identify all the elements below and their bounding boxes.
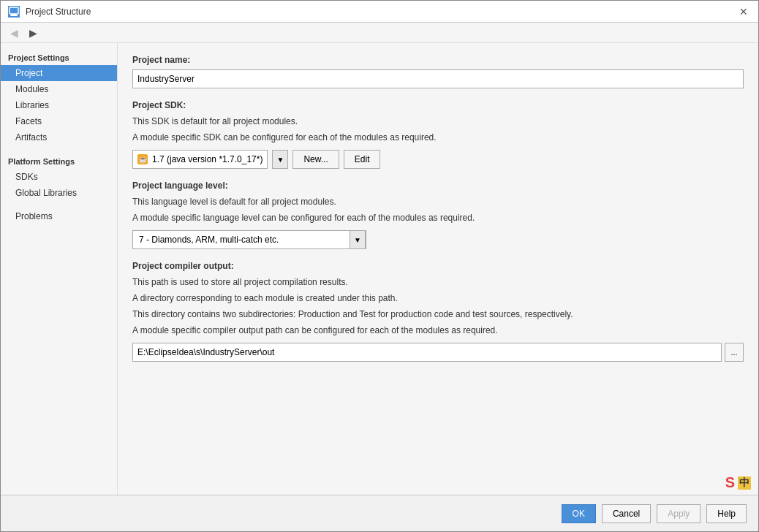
main-content: Project name: Project SDK: This SDK is d… (118, 43, 758, 495)
sidebar-item-artifacts[interactable]: Artifacts (1, 129, 117, 145)
project-settings-label: Project Settings (1, 49, 117, 65)
sdk-desc-2: A module specific SDK can be configured … (132, 131, 744, 144)
compiler-desc-4: A module specific compiler output path c… (132, 324, 744, 337)
svg-rect-1 (11, 14, 17, 15)
sdk-value: 1.7 (java version *1.7.0_17*) (152, 154, 263, 164)
language-section-label: Project language level: (132, 180, 744, 191)
back-icon: ◀ (10, 27, 18, 39)
sdk-section-label: Project SDK: (132, 100, 744, 110)
project-name-label: Project name: (132, 55, 744, 65)
title-bar: Project Structure ✕ (1, 1, 758, 23)
cancel-button[interactable]: Cancel (602, 504, 651, 523)
sohu-zh-icon: 中 (738, 476, 751, 490)
sdk-dropdown-arrow[interactable]: ▼ (272, 150, 288, 169)
language-selector[interactable]: 7 - Diamonds, ARM, multi-catch etc. ▼ (132, 230, 366, 249)
dialog-icon (8, 6, 20, 18)
sdk-new-button[interactable]: New... (292, 150, 339, 169)
compiler-desc-3: This directory contains two subdirectori… (132, 308, 744, 321)
compiler-desc-2: A directory corresponding to each module… (132, 292, 744, 305)
sidebar-item-sdks[interactable]: SDKs (1, 169, 117, 185)
sidebar: Project Settings Project Modules Librari… (1, 43, 118, 495)
sidebar-item-problems[interactable]: Problems (1, 208, 117, 224)
back-button[interactable]: ◀ (7, 26, 21, 40)
ok-button[interactable]: OK (562, 504, 596, 523)
sdk-row: ☕ 1.7 (java version *1.7.0_17*) ▼ New...… (132, 150, 744, 169)
forward-button[interactable]: ▶ (26, 26, 40, 40)
sohu-badge: S 中 (725, 474, 751, 491)
svg-rect-2 (10, 15, 18, 16)
language-dropdown-arrow[interactable]: ▼ (350, 230, 366, 249)
footer: OK Cancel Apply Help (1, 495, 758, 531)
svg-rect-0 (10, 7, 18, 14)
language-value: 7 - Diamonds, ARM, multi-catch etc. (133, 235, 350, 245)
sidebar-item-libraries[interactable]: Libraries (1, 97, 117, 113)
forward-icon: ▶ (29, 27, 37, 39)
platform-settings-label: Platform Settings (1, 153, 117, 169)
sidebar-item-global-libraries[interactable]: Global Libraries (1, 185, 117, 201)
close-button[interactable]: ✕ (736, 4, 751, 19)
language-desc-2: A module specific language level can be … (132, 211, 744, 224)
compiler-output-input[interactable] (132, 343, 722, 362)
sohu-s-icon: S (725, 474, 735, 491)
compiler-output-row: ... (132, 343, 744, 362)
language-desc-1: This language level is default for all p… (132, 195, 744, 208)
content-area: Project Settings Project Modules Librari… (1, 43, 758, 495)
sdk-desc-1: This SDK is default for all project modu… (132, 115, 744, 128)
project-structure-dialog: Project Structure ✕ ◀ ▶ Project Settings… (0, 0, 759, 532)
sidebar-item-modules[interactable]: Modules (1, 81, 117, 97)
sdk-java-icon: ☕ (137, 154, 148, 164)
apply-button[interactable]: Apply (657, 504, 701, 523)
project-name-input[interactable] (132, 69, 744, 88)
compiler-desc-1: This path is used to store all project c… (132, 276, 744, 289)
sidebar-item-facets[interactable]: Facets (1, 113, 117, 129)
browse-button[interactable]: ... (725, 343, 744, 362)
dialog-title: Project Structure (26, 7, 730, 17)
sdk-selector[interactable]: ☕ 1.7 (java version *1.7.0_17*) (132, 150, 268, 169)
sidebar-item-project[interactable]: Project (1, 65, 117, 81)
toolbar: ◀ ▶ (1, 23, 758, 43)
help-button[interactable]: Help (706, 504, 747, 523)
sdk-edit-button[interactable]: Edit (344, 150, 381, 169)
compiler-section-label: Project compiler output: (132, 261, 744, 271)
